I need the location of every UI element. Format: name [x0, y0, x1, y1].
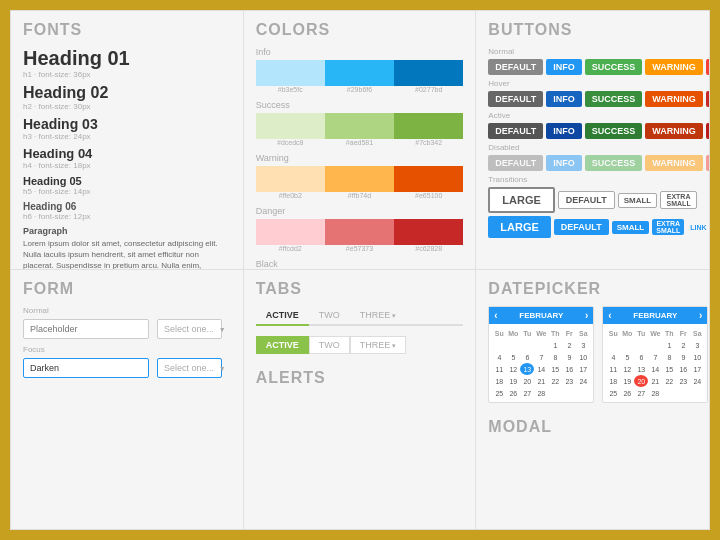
- cal-date-cell[interactable]: 25: [492, 387, 506, 399]
- cal-date-cell[interactable]: 22: [548, 375, 562, 387]
- tab-three[interactable]: THREE: [350, 306, 406, 326]
- cal-date-cell[interactable]: 7: [534, 351, 548, 363]
- normal-success-btn[interactable]: SUCCESS: [585, 59, 643, 75]
- select-wrapper-normal: Select one...: [157, 319, 231, 339]
- cal-date-cell[interactable]: 24: [576, 375, 590, 387]
- cal-date-cell[interactable]: 1: [662, 339, 676, 351]
- size-xsmall-outline-btn[interactable]: EXTRA SMALL: [660, 191, 697, 209]
- cal-date-cell[interactable]: 17: [576, 363, 590, 375]
- cal-date-cell[interactable]: 5: [506, 351, 520, 363]
- normal-danger-btn[interactable]: DANGER: [706, 59, 709, 75]
- cal-date-cell[interactable]: 22: [662, 375, 676, 387]
- cal-date-cell[interactable]: 26: [620, 387, 634, 399]
- cal-date-cell[interactable]: 24: [690, 375, 704, 387]
- cal-date-cell[interactable]: 27: [520, 387, 534, 399]
- active-success-btn[interactable]: SUCCESS: [585, 123, 643, 139]
- cal-date-cell[interactable]: 20: [634, 375, 648, 387]
- size-link-btn[interactable]: LINK: [687, 223, 709, 232]
- size-xsmall-btn[interactable]: EXTRA SMALL: [652, 219, 684, 235]
- cal-date-cell[interactable]: 10: [576, 351, 590, 363]
- cal-date-cell[interactable]: 26: [506, 387, 520, 399]
- hover-success-btn[interactable]: SUCCESS: [585, 91, 643, 107]
- cal-date-cell[interactable]: 2: [676, 339, 690, 351]
- cal-date-cell[interactable]: 9: [562, 351, 576, 363]
- cal-date-cell[interactable]: 28: [648, 387, 662, 399]
- cal-date-cell[interactable]: 14: [648, 363, 662, 375]
- cal-date-cell[interactable]: 18: [606, 375, 620, 387]
- cal-date-cell[interactable]: 10: [690, 351, 704, 363]
- cal-date-cell[interactable]: 8: [662, 351, 676, 363]
- cal-date-cell[interactable]: 28: [534, 387, 548, 399]
- cal-date-cell[interactable]: 11: [492, 363, 506, 375]
- cal-date-cell[interactable]: 7: [648, 351, 662, 363]
- hover-info-btn[interactable]: INFO: [546, 91, 582, 107]
- pill-active[interactable]: ACTIVE: [256, 336, 309, 354]
- active-info-btn[interactable]: INFO: [546, 123, 582, 139]
- cal-date-cell[interactable]: 6: [634, 351, 648, 363]
- cal-date-cell[interactable]: 23: [676, 375, 690, 387]
- cal-date-cell[interactable]: 8: [548, 351, 562, 363]
- size-small-btn[interactable]: SMALL: [612, 221, 650, 234]
- size-small-outline-btn[interactable]: SMALL: [618, 193, 658, 208]
- size-default-btn[interactable]: DEFAULT: [554, 219, 609, 235]
- cal-date-cell[interactable]: 27: [634, 387, 648, 399]
- swatch-code: #aed581: [325, 139, 394, 146]
- normal-select[interactable]: Select one...: [157, 319, 222, 339]
- disabled-btn-group: DEFAULT INFO SUCCESS WARNING DANGER: [488, 155, 697, 171]
- cal-date-cell[interactable]: 4: [492, 351, 506, 363]
- tab-two[interactable]: TWO: [309, 306, 350, 326]
- size-large-btn[interactable]: LARGE: [488, 216, 551, 238]
- cal1-next[interactable]: ›: [585, 310, 588, 321]
- cal-date-cell[interactable]: 19: [506, 375, 520, 387]
- focus-select[interactable]: Select one...: [157, 358, 222, 378]
- cal-date-cell[interactable]: 2: [562, 339, 576, 351]
- focused-input[interactable]: [23, 358, 149, 378]
- color-group-info: Info#b3e5fc#29b6f6#0277bd: [256, 47, 464, 93]
- active-danger-btn[interactable]: DANGER: [706, 123, 709, 139]
- active-warning-btn[interactable]: WARNING: [645, 123, 703, 139]
- normal-warning-btn[interactable]: WARNING: [645, 59, 703, 75]
- cal-date-cell[interactable]: 3: [576, 339, 590, 351]
- active-default-btn[interactable]: DEFAULT: [488, 123, 543, 139]
- tabs-underline-container: ACTIVE TWO THREE: [256, 306, 464, 326]
- cal-date-cell[interactable]: 13: [520, 363, 534, 375]
- normal-info-btn[interactable]: INFO: [546, 59, 582, 75]
- cal-date-cell[interactable]: 16: [676, 363, 690, 375]
- placeholder-input[interactable]: [23, 319, 149, 339]
- size-large-outline-btn[interactable]: LARGE: [488, 187, 555, 213]
- cal-date-cell[interactable]: 11: [606, 363, 620, 375]
- size-default-outline-btn[interactable]: DEFAULT: [558, 191, 615, 209]
- cal-date-cell[interactable]: 12: [620, 363, 634, 375]
- tab-active[interactable]: ACTIVE: [256, 306, 309, 326]
- hover-danger-btn[interactable]: DANGER: [706, 91, 709, 107]
- cal1-prev[interactable]: ‹: [494, 310, 497, 321]
- cal-date-cell[interactable]: 9: [676, 351, 690, 363]
- pill-two[interactable]: TWO: [309, 336, 350, 354]
- cal-date-cell[interactable]: 15: [662, 363, 676, 375]
- cal-date-cell[interactable]: 21: [534, 375, 548, 387]
- hover-warning-btn[interactable]: WARNING: [645, 91, 703, 107]
- cal-date-cell[interactable]: 12: [506, 363, 520, 375]
- cal-date-cell[interactable]: 20: [520, 375, 534, 387]
- cal-date-cell[interactable]: 4: [606, 351, 620, 363]
- normal-default-btn[interactable]: DEFAULT: [488, 59, 543, 75]
- cal-day-header: Sa: [576, 327, 590, 339]
- cal-date-cell[interactable]: 16: [562, 363, 576, 375]
- pill-three[interactable]: THREE: [350, 336, 406, 354]
- cal-date-cell[interactable]: 18: [492, 375, 506, 387]
- hover-default-btn[interactable]: DEFAULT: [488, 91, 543, 107]
- cal-date-cell[interactable]: 14: [534, 363, 548, 375]
- cal-date-cell[interactable]: 13: [634, 363, 648, 375]
- cal-date-cell[interactable]: 25: [606, 387, 620, 399]
- cal-date-cell[interactable]: 15: [548, 363, 562, 375]
- cal-date-cell[interactable]: 1: [548, 339, 562, 351]
- cal-date-cell[interactable]: 21: [648, 375, 662, 387]
- cal-date-cell[interactable]: 17: [690, 363, 704, 375]
- cal-date-cell[interactable]: 5: [620, 351, 634, 363]
- cal-date-cell[interactable]: 6: [520, 351, 534, 363]
- cal-date-cell[interactable]: 19: [620, 375, 634, 387]
- cal-date-cell[interactable]: 3: [690, 339, 704, 351]
- cal2-prev[interactable]: ‹: [608, 310, 611, 321]
- cal2-next[interactable]: ›: [699, 310, 702, 321]
- cal-date-cell[interactable]: 23: [562, 375, 576, 387]
